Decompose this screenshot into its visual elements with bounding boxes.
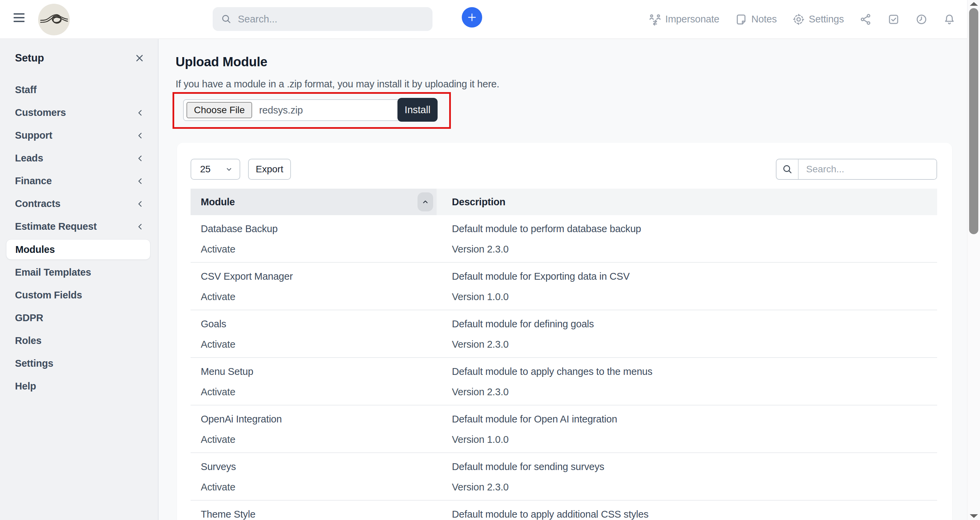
share-button[interactable]	[859, 13, 872, 25]
page-size-select[interactable]: 25	[191, 159, 240, 180]
scrollbar-up-arrow[interactable]	[970, 2, 978, 6]
sidebar-item-contracts[interactable]: Contracts	[0, 192, 158, 215]
annotation-highlight-box: Choose File redsys.zip Install	[172, 92, 451, 129]
sidebar-item-finance[interactable]: Finance	[0, 170, 158, 192]
modules-table: Module Description Database BackupActiva…	[191, 189, 937, 520]
sidebar-item-label: Finance	[15, 175, 52, 187]
module-version: Version 2.3.0	[452, 244, 509, 255]
module-name: Theme Style	[201, 509, 256, 520]
sidebar-item-label: Roles	[15, 335, 41, 346]
sidebar-item-label: GDPR	[15, 312, 43, 323]
sidebar-item-label: Email Templates	[15, 267, 91, 278]
gear-icon	[792, 13, 805, 25]
activate-link[interactable]: Activate	[201, 291, 235, 303]
company-logo[interactable]	[38, 4, 70, 35]
install-button[interactable]: Install	[398, 98, 438, 122]
table-row: Theme StyleDefault module to apply addit…	[191, 501, 937, 520]
bell-icon	[943, 13, 956, 25]
module-description: Default module for Open AI integration	[452, 414, 617, 425]
main-content: Upload Module If you have a module in a …	[159, 39, 967, 520]
sidebar-item-label: Support	[15, 130, 52, 141]
page-subtitle: If you have a module in a .zip format, y…	[176, 79, 499, 90]
search-icon	[782, 164, 793, 175]
sidebar-nav: StaffCustomersSupportLeadsFinanceContrac…	[0, 79, 158, 398]
sidebar-item-estimate-request[interactable]: Estimate Request	[0, 215, 158, 238]
clock-icon	[915, 13, 928, 25]
sidebar-item-email-templates[interactable]: Email Templates	[0, 261, 158, 284]
module-description: Default module for Exporting data in CSV	[452, 271, 630, 282]
sort-button[interactable]	[417, 192, 433, 211]
impersonate-label: Impersonate	[665, 14, 719, 25]
sidebar-item-label: Settings	[15, 358, 53, 369]
sidebar-item-help[interactable]: Help	[0, 375, 158, 398]
sidebar-item-leads[interactable]: Leads	[0, 147, 158, 170]
sidebar-item-gdpr[interactable]: GDPR	[0, 306, 158, 329]
knot-logo-icon	[40, 5, 69, 34]
page-size-value: 25	[200, 164, 211, 175]
module-version: Version 2.3.0	[452, 339, 509, 350]
quick-add-button[interactable]	[462, 7, 482, 27]
table-row: GoalsActivateDefault module for defining…	[191, 310, 937, 358]
table-row: Menu SetupActivateDefault module to appl…	[191, 358, 937, 406]
notifications-button[interactable]	[943, 13, 956, 25]
activate-link[interactable]: Activate	[201, 244, 235, 255]
sidebar-item-support[interactable]: Support	[0, 124, 158, 147]
sidebar-item-staff[interactable]: Staff	[0, 79, 158, 101]
table-search-input[interactable]	[799, 159, 937, 179]
activate-link[interactable]: Activate	[201, 482, 235, 493]
topbar: Impersonate Notes Settings	[0, 0, 967, 39]
chevron-left-icon	[135, 176, 145, 186]
scrollbar[interactable]	[967, 0, 980, 520]
module-version: Version 2.3.0	[452, 482, 509, 493]
module-version: Version 1.0.0	[452, 291, 509, 303]
global-search[interactable]	[213, 7, 433, 31]
scrollbar-thumb[interactable]	[969, 8, 978, 234]
sidebar-item-modules[interactable]: Modules	[6, 239, 150, 260]
impersonate-button[interactable]: Impersonate	[649, 13, 719, 25]
close-icon	[134, 53, 145, 63]
module-name: Surveys	[201, 461, 236, 472]
app-window: Impersonate Notes Settings	[0, 0, 980, 520]
global-search-input[interactable]	[238, 14, 424, 25]
notes-label: Notes	[751, 14, 777, 25]
topbar-actions: Impersonate Notes Settings	[649, 0, 956, 38]
module-name: Database Backup	[201, 223, 278, 235]
timesheet-button[interactable]	[915, 13, 928, 25]
activate-link[interactable]: Activate	[201, 339, 235, 350]
tasks-button[interactable]	[888, 13, 900, 25]
sidebar-item-roles[interactable]: Roles	[0, 329, 158, 352]
sidebar-close-button[interactable]	[134, 53, 145, 63]
module-description: Default module for defining goals	[452, 319, 594, 330]
choose-file-button[interactable]: Choose File	[186, 102, 252, 118]
share-icon	[859, 13, 872, 25]
impersonate-icon	[649, 13, 661, 25]
activate-link[interactable]: Activate	[201, 387, 235, 398]
sidebar-item-label: Modules	[15, 244, 55, 255]
export-button[interactable]: Export	[248, 159, 291, 180]
hamburger-menu-icon[interactable]	[14, 13, 25, 25]
sidebar-item-settings[interactable]: Settings	[0, 352, 158, 375]
chevron-left-icon	[135, 131, 145, 140]
notes-button[interactable]: Notes	[735, 13, 777, 25]
module-name: Menu Setup	[201, 366, 253, 377]
setup-sidebar: Setup StaffCustomersSupportLeadsFinanceC…	[0, 39, 159, 520]
plus-icon	[467, 12, 477, 22]
table-search-button[interactable]	[776, 159, 799, 179]
sidebar-item-label: Leads	[15, 152, 43, 164]
sidebar-item-customers[interactable]: Customers	[0, 101, 158, 124]
settings-button[interactable]: Settings	[792, 13, 844, 25]
module-name: OpenAi Integration	[201, 414, 282, 425]
activate-link[interactable]: Activate	[201, 434, 235, 445]
table-row: CSV Export ManagerActivateDefault module…	[191, 263, 937, 310]
chevron-left-icon	[135, 108, 145, 117]
settings-label: Settings	[809, 14, 844, 25]
module-description: Default module to apply additional CSS s…	[452, 509, 649, 520]
sidebar-item-custom-fields[interactable]: Custom Fields	[0, 284, 158, 306]
module-description: Default module to perform database backu…	[452, 223, 641, 235]
column-header-module: Module	[201, 197, 235, 208]
scrollbar-down-arrow[interactable]	[970, 514, 978, 518]
module-file-input[interactable]: Choose File redsys.zip	[183, 99, 401, 121]
check-square-icon	[888, 13, 900, 25]
table-search[interactable]	[776, 159, 937, 180]
chevron-left-icon	[135, 199, 145, 209]
